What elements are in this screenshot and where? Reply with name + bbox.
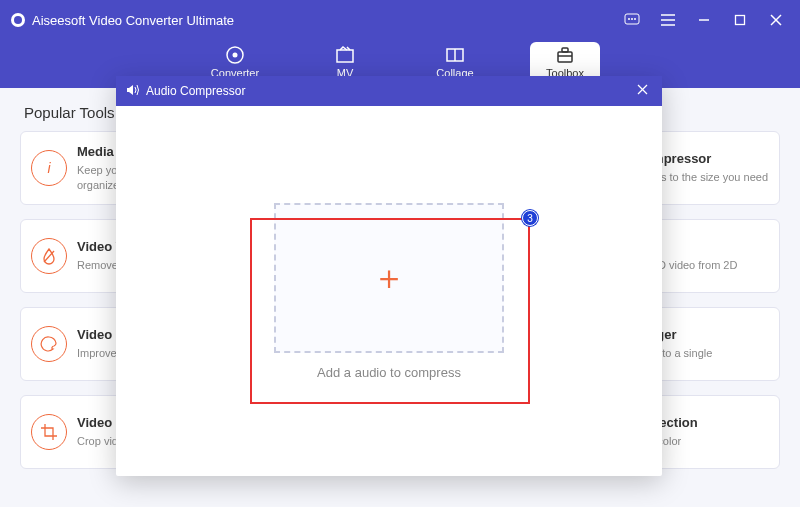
svg-point-14	[233, 53, 238, 58]
logo-icon	[10, 12, 26, 28]
svg-rect-18	[558, 52, 572, 62]
speaker-icon	[126, 84, 140, 99]
svg-text:i: i	[47, 160, 51, 176]
maximize-button[interactable]	[726, 8, 754, 32]
minimize-button[interactable]	[690, 8, 718, 32]
svg-point-4	[631, 18, 633, 20]
add-audio-dropzone[interactable]: ＋	[274, 203, 504, 353]
app-logo: Aiseesoft Video Converter Ultimate	[10, 12, 234, 28]
svg-line-22	[44, 251, 54, 262]
audio-compressor-modal: Audio Compressor ＋ Add a audio to compre…	[116, 76, 662, 476]
window-controls	[618, 8, 790, 32]
dropzone-caption: Add a audio to compress	[317, 365, 461, 380]
modal-close-button[interactable]	[632, 84, 652, 98]
svg-rect-15	[337, 50, 353, 62]
svg-point-5	[634, 18, 636, 20]
menu-icon[interactable]	[654, 8, 682, 32]
tutorial-step-badge: 3	[522, 210, 538, 226]
converter-icon	[225, 45, 245, 65]
app-title: Aiseesoft Video Converter Ultimate	[32, 13, 234, 28]
titlebar: Aiseesoft Video Converter Ultimate	[0, 0, 800, 40]
toolbox-icon	[555, 45, 575, 65]
collage-icon	[445, 45, 465, 65]
modal-body: ＋ Add a audio to compress 3	[116, 106, 662, 476]
plus-icon: ＋	[372, 255, 406, 301]
feedback-icon[interactable]	[618, 8, 646, 32]
svg-point-1	[14, 16, 22, 24]
svg-rect-10	[736, 16, 745, 25]
modal-title: Audio Compressor	[146, 84, 245, 98]
mv-icon	[335, 45, 355, 65]
info-icon: i	[31, 150, 67, 186]
palette-icon	[31, 326, 67, 362]
close-button[interactable]	[762, 8, 790, 32]
drop-icon	[31, 238, 67, 274]
svg-point-3	[628, 18, 630, 20]
crop-icon	[31, 414, 67, 450]
modal-header: Audio Compressor	[116, 76, 662, 106]
svg-rect-19	[562, 48, 568, 52]
